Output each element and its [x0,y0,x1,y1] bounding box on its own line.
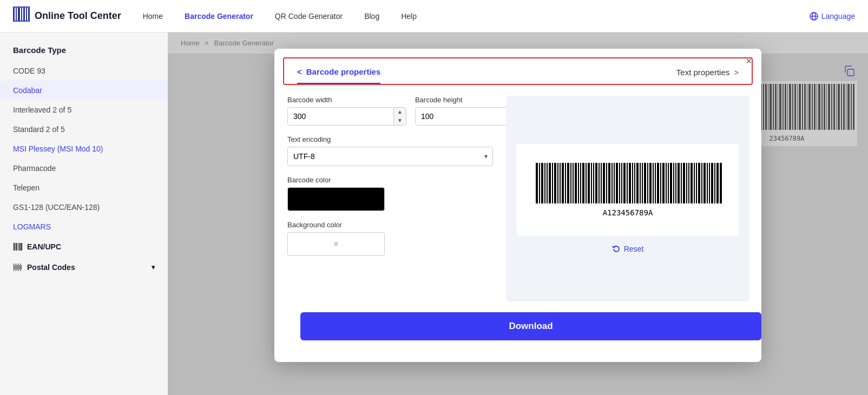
svg-rect-131 [653,163,654,203]
svg-rect-132 [655,163,656,203]
tab-barcode-label: Barcode properties [306,67,381,76]
sidebar-item-code93[interactable]: CODE 93 [0,61,168,81]
svg-rect-143 [683,163,685,203]
sidebar-item-pharmacode[interactable]: Pharmacode [0,159,168,178]
svg-rect-94 [557,163,558,203]
svg-rect-110 [599,163,600,203]
bg-color-group: Background color × [287,221,493,256]
svg-rect-86 [536,163,538,203]
reset-icon [612,245,621,253]
sidebar-ean-section[interactable]: EAN/UPC [0,236,168,257]
svg-rect-97 [565,163,566,203]
svg-rect-157 [720,163,722,203]
tab-barcode-properties[interactable]: < Barcode properties [297,67,380,84]
width-input-wrap: ▲ ▼ [287,107,406,126]
svg-rect-134 [660,163,661,203]
globe-icon [810,12,818,21]
download-button[interactable]: Download [300,312,761,340]
reset-label: Reset [624,245,644,253]
sidebar: Barcode Type CODE 93 Codabar Interleaved… [0,32,168,395]
svg-rect-125 [636,163,639,203]
svg-rect-95 [560,163,561,203]
encoding-group: Text encoding UTF-8 UTF-16 ISO-8859-1 ▾ [287,135,493,166]
svg-rect-1 [16,8,17,21]
svg-rect-100 [573,163,574,203]
svg-rect-114 [608,163,610,203]
svg-rect-92 [552,163,553,203]
svg-rect-130 [649,163,652,203]
svg-rect-104 [582,163,584,203]
main-layout: Barcode Type CODE 93 Codabar Interleaved… [0,32,868,395]
nav-home[interactable]: Home [143,12,163,21]
svg-rect-116 [614,163,615,203]
svg-rect-126 [640,163,641,203]
svg-rect-151 [703,163,706,203]
svg-rect-20 [16,264,16,271]
modal-overlay: × < Barcode properties Text properties > [168,32,868,395]
sidebar-item-gs1128[interactable]: GS1-128 (UCC/EAN-128) [0,198,168,217]
dimensions-row: Barcode width ▲ ▼ Barco [287,96,493,126]
svg-rect-113 [606,163,607,203]
bg-color-swatch[interactable]: × [287,232,385,256]
logo[interactable]: Online Tool Center [13,5,121,27]
svg-rect-152 [707,163,708,203]
svg-rect-141 [678,163,680,203]
svg-rect-106 [588,163,590,203]
tab-text-arrow: > [734,68,739,77]
svg-rect-12 [14,243,15,251]
encoding-select[interactable]: UTF-8 UTF-16 ISO-8859-1 [287,147,493,166]
width-up-btn[interactable]: ▲ [394,108,406,116]
nav-barcode-generator[interactable]: Barcode Generator [185,12,253,21]
reset-button[interactable]: Reset [612,245,644,253]
svg-rect-144 [686,163,687,203]
tab-text-properties[interactable]: Text properties > [676,68,739,83]
sidebar-item-telepen[interactable]: Telepen [0,178,168,198]
svg-rect-122 [629,163,631,203]
svg-rect-154 [711,163,713,203]
svg-rect-148 [696,163,697,203]
nav-help[interactable]: Help [401,12,417,21]
svg-rect-140 [675,163,676,203]
encoding-select-wrap: UTF-8 UTF-16 ISO-8859-1 ▾ [287,147,493,166]
sidebar-postal-label: Postal Codes [27,263,75,272]
sidebar-item-logmars[interactable]: LOGMARS [0,217,168,236]
barcode-color-swatch[interactable] [287,187,385,211]
svg-rect-91 [549,163,551,203]
svg-rect-0 [13,8,15,21]
language-selector[interactable]: Language [810,12,855,21]
width-label: Barcode width [287,96,406,104]
svg-rect-93 [554,163,556,203]
svg-rect-133 [657,163,659,203]
svg-rect-98 [567,163,569,203]
svg-rect-89 [544,163,545,203]
width-input[interactable] [288,108,393,125]
bg-color-clear[interactable]: × [333,239,338,249]
svg-rect-18 [14,264,14,271]
width-down-btn[interactable]: ▼ [394,116,406,125]
sidebar-postal-section[interactable]: Postal Codes ▾ [0,257,168,278]
sidebar-item-standard2of5[interactable]: Standard 2 of 5 [0,120,168,139]
svg-rect-136 [666,163,667,203]
svg-rect-121 [627,163,628,203]
modal-close-button[interactable]: × [746,56,752,66]
svg-rect-137 [668,163,669,203]
svg-rect-149 [698,163,700,203]
svg-rect-117 [616,163,618,203]
nav-blog[interactable]: Blog [364,12,379,21]
modal-left-panel: Barcode width ▲ ▼ Barco [287,96,493,301]
sidebar-ean-label: EAN/UPC [27,242,61,251]
svg-rect-156 [716,163,719,203]
height-input[interactable] [416,108,521,125]
svg-rect-16 [19,243,21,251]
sidebar-item-codabar[interactable]: Codabar [0,81,168,100]
svg-rect-129 [647,163,648,203]
svg-rect-139 [673,163,674,203]
svg-rect-124 [634,163,635,203]
svg-rect-5 [26,8,27,21]
main-nav: Home Barcode Generator QR Code Generator… [143,12,810,21]
sidebar-item-msi[interactable]: MSI Plessey (MSI Mod 10) [0,139,168,159]
svg-rect-88 [541,163,543,203]
sidebar-item-interleaved[interactable]: Interleaved 2 of 5 [0,100,168,120]
tab-text-label: Text properties [676,68,729,77]
nav-qr-generator[interactable]: QR Code Generator [275,12,343,21]
